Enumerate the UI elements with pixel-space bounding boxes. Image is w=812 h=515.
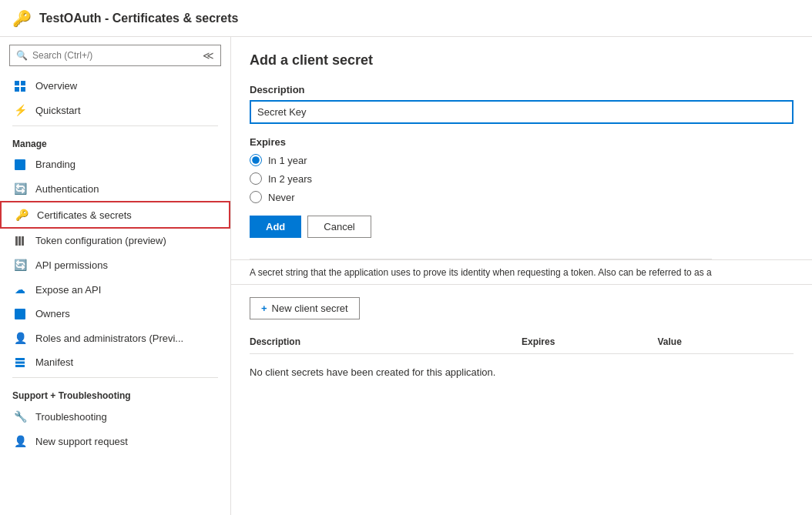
sidebar-item-token-label: Token configuration (preview) <box>35 235 166 246</box>
page-title: TestOAuth - Certificates & secrets <box>39 12 238 25</box>
sidebar-item-quickstart-label: Quickstart <box>35 105 81 116</box>
sidebar-item-certificates-label: Certificates & secrets <box>37 209 132 221</box>
cancel-button[interactable]: Cancel <box>307 216 371 238</box>
svg-rect-11 <box>15 365 25 367</box>
new-client-secret-button[interactable]: + New client secret <box>250 297 360 319</box>
cert-icon: 🔑 <box>14 209 29 221</box>
sidebar-item-manifest[interactable]: Manifest <box>0 350 230 374</box>
search-input[interactable] <box>32 50 203 61</box>
expires-1year-radio[interactable] <box>250 154 262 166</box>
troubleshoot-icon: 🔧 <box>12 410 28 423</box>
description-input[interactable] <box>250 100 794 124</box>
plus-icon: + <box>261 303 267 314</box>
api-icon: 🔄 <box>12 259 28 271</box>
manifest-icon <box>12 357 28 368</box>
expires-label: Expires <box>250 136 794 148</box>
description-label: Description <box>250 84 794 95</box>
sidebar-item-certificates[interactable]: 🔑 Certificates & secrets <box>0 201 230 229</box>
svg-rect-4 <box>15 159 25 170</box>
expires-never-label[interactable]: Never <box>268 192 295 203</box>
support-section-header: Support + Troubleshooting <box>0 381 230 404</box>
svg-rect-2 <box>15 87 19 92</box>
expires-never-radio[interactable] <box>250 191 262 203</box>
secrets-section: + New client secret Description Expires … <box>231 285 812 403</box>
sidebar-item-expose-label: Expose an API <box>35 284 101 296</box>
expires-2years-label[interactable]: In 2 years <box>268 173 312 185</box>
new-secret-button-label: New client secret <box>272 303 348 314</box>
content-area: Add a client secret Description Expires … <box>231 37 812 515</box>
sidebar-item-manifest-label: Manifest <box>35 356 73 368</box>
support-divider <box>12 377 218 378</box>
expires-2years[interactable]: In 2 years <box>250 172 794 185</box>
panel-title: Add a client secret <box>250 52 794 69</box>
sidebar-item-overview-label: Overview <box>35 80 77 92</box>
expires-never[interactable]: Never <box>250 191 794 203</box>
col-value-header: Value <box>658 336 794 347</box>
svg-rect-1 <box>21 81 25 85</box>
owners-icon <box>12 309 28 319</box>
sidebar-item-overview[interactable]: Overview <box>0 74 230 98</box>
expires-section: Expires In 1 year In 2 years Never <box>250 136 794 203</box>
svg-rect-7 <box>22 236 24 246</box>
expires-2years-radio[interactable] <box>250 172 262 185</box>
svg-rect-10 <box>15 361 25 363</box>
search-box[interactable]: 🔍 ≪ <box>9 45 221 66</box>
support-icon: 👤 <box>12 435 28 447</box>
collapse-icon[interactable]: ≪ <box>203 49 214 62</box>
sidebar-item-troubleshooting[interactable]: 🔧 Troubleshooting <box>0 404 230 429</box>
sidebar-item-roles-label: Roles and administrators (Previ... <box>35 333 183 344</box>
sidebar-item-owners-label: Owners <box>35 308 70 319</box>
sidebar-item-owners[interactable]: Owners <box>0 302 230 326</box>
grid-icon <box>12 81 28 92</box>
sidebar-item-support[interactable]: 👤 New support request <box>0 429 230 453</box>
no-data-message: No client secrets have been created for … <box>250 354 794 390</box>
sidebar-item-api-permissions[interactable]: 🔄 API permissions <box>0 252 230 277</box>
sidebar-item-roles[interactable]: 👤 Roles and administrators (Previ... <box>0 326 230 350</box>
svg-rect-0 <box>15 81 19 85</box>
search-icon: 🔍 <box>16 50 28 61</box>
manage-section-header: Manage <box>0 129 230 152</box>
description-group: Description <box>250 84 794 124</box>
auth-icon: 🔄 <box>12 182 28 195</box>
add-button[interactable]: Add <box>250 216 301 238</box>
quickstart-icon: ⚡ <box>12 104 28 116</box>
sidebar-item-authentication[interactable]: 🔄 Authentication <box>0 176 230 201</box>
button-group: Add Cancel <box>250 216 794 238</box>
svg-rect-3 <box>21 87 25 92</box>
sidebar-item-branding[interactable]: Branding <box>0 152 230 176</box>
manage-divider <box>12 125 218 126</box>
title-bar: 🔑 TestOAuth - Certificates & secrets <box>0 0 812 37</box>
roles-icon: 👤 <box>12 332 28 344</box>
col-expires-header: Expires <box>522 336 658 347</box>
col-description-header: Description <box>250 336 522 347</box>
sidebar-item-quickstart[interactable]: ⚡ Quickstart <box>0 98 230 122</box>
svg-rect-5 <box>15 236 18 246</box>
sidebar-item-troubleshooting-label: Troubleshooting <box>35 411 107 423</box>
branding-icon <box>12 159 28 170</box>
token-icon <box>12 236 28 246</box>
app-icon: 🔑 <box>12 9 32 28</box>
sidebar-item-support-label: New support request <box>35 436 128 447</box>
add-secret-panel: Add a client secret Description Expires … <box>231 37 812 260</box>
sidebar-item-api-label: API permissions <box>35 259 108 271</box>
sidebar-item-authentication-label: Authentication <box>35 183 99 195</box>
expires-1year-label[interactable]: In 1 year <box>268 155 307 166</box>
info-text: A secret string that the application use… <box>250 259 712 286</box>
sidebar-item-branding-label: Branding <box>35 159 75 170</box>
expires-radio-group: In 1 year In 2 years Never <box>250 154 794 203</box>
sidebar: 🔍 ≪ Overview ⚡ Quickstart Manage Brandin… <box>0 37 231 515</box>
svg-rect-9 <box>15 358 25 360</box>
sidebar-item-expose[interactable]: ☁ Expose an API <box>0 277 230 302</box>
expires-1year[interactable]: In 1 year <box>250 154 794 166</box>
expose-icon: ☁ <box>12 283 28 296</box>
svg-rect-8 <box>15 309 25 319</box>
sidebar-item-token[interactable]: Token configuration (preview) <box>0 229 230 252</box>
info-bar: A secret string that the application use… <box>231 260 812 285</box>
svg-rect-6 <box>18 236 21 246</box>
table-header: Description Expires Value <box>250 330 794 354</box>
